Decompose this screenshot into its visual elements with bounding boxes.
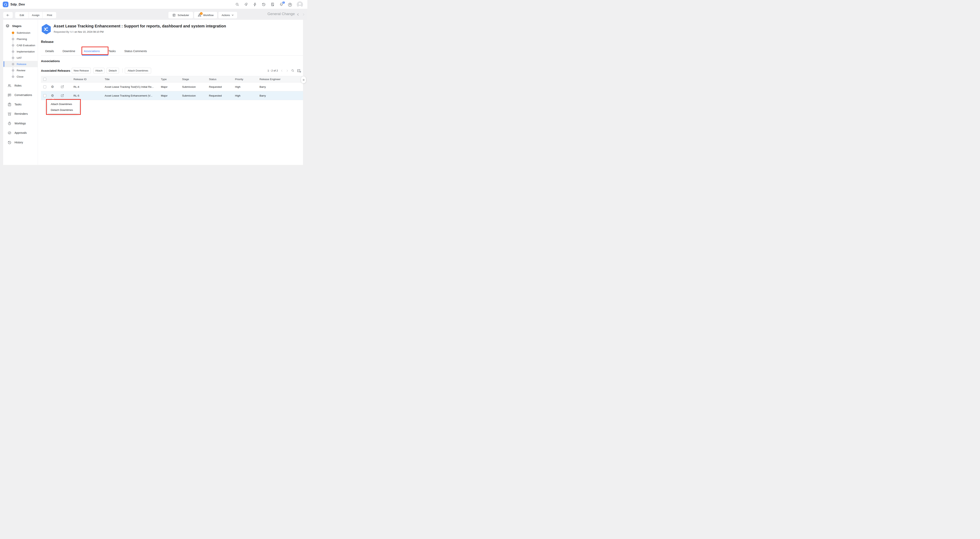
col-title[interactable]: Title [105, 78, 161, 81]
row-actions-gear-icon[interactable]: ⚙ [51, 94, 59, 97]
column-settings-icon[interactable]: ⚙ [297, 69, 301, 73]
col-release-id[interactable]: Release ID [73, 78, 105, 81]
sidebar-item-label: Reminders [14, 112, 28, 115]
stage-item-release-active[interactable]: Release [3, 61, 38, 67]
stage-label: Close [17, 75, 24, 78]
sidebar-item-label: Worklogs [14, 122, 26, 125]
stage-label: Review [17, 69, 25, 72]
stage-label: CAB Evaluation [17, 44, 35, 47]
new-release-button[interactable]: New Release [72, 68, 91, 73]
expand-side-panel-button[interactable] [301, 76, 306, 83]
scheduler-button-label: Scheduler [178, 14, 189, 17]
print-button[interactable]: Print [43, 12, 56, 18]
stage-item-review[interactable]: Review [3, 67, 38, 73]
cell-stage: Submission [182, 86, 209, 88]
cell-release-id[interactable]: RL-5 [73, 94, 105, 97]
notifications-bell-icon[interactable]: 1 [279, 2, 283, 7]
pagination-range: 1 - 2 of 2 [267, 69, 278, 72]
stage-item-implementation[interactable]: Implementation [3, 48, 38, 55]
mini-gear-glyph: ⚙ [299, 71, 301, 73]
cell-engineer: Barry [259, 86, 303, 88]
top-navigation-bar: Sdp_Dev 1 [0, 0, 307, 9]
requested-by-value[interactable]: N/A [70, 30, 74, 33]
cell-release-id[interactable]: RL-4 [73, 86, 105, 88]
table-row-rl4[interactable]: ⚙ RL-4 Asset Lease Tracking Tool(V1) Ini… [41, 82, 303, 91]
alarm-clock-icon [8, 112, 11, 116]
page-next-chevron[interactable] [286, 69, 288, 72]
tab-downtime[interactable]: Downtime [62, 49, 75, 53]
sidebar-item-worklogs[interactable]: Worklogs [3, 120, 38, 127]
attach-button[interactable]: Attach [93, 68, 105, 73]
col-type[interactable]: Type [161, 78, 182, 81]
assign-button[interactable]: Assign [29, 12, 43, 18]
cell-status: Requested [209, 86, 235, 88]
stage-item-planning[interactable]: Planning [3, 36, 38, 42]
quick-actions-bolt-icon[interactable] [253, 2, 257, 7]
app-logo[interactable] [3, 2, 8, 7]
sidebar-item-label: Approvals [14, 131, 27, 134]
workflow-button[interactable]: Workflow [194, 12, 217, 18]
col-priority[interactable]: Priority [235, 78, 259, 81]
sidebar-item-reminders[interactable]: Reminders [3, 111, 38, 117]
cell-title[interactable]: Asset Lease Tracking Enhancement (V... [105, 94, 161, 97]
user-avatar[interactable] [297, 2, 303, 8]
page-previous-chevron[interactable] [280, 69, 283, 72]
tab-tasks[interactable]: Tasks [108, 49, 116, 53]
actions-button-label: Actions [222, 14, 230, 17]
back-button[interactable] [3, 12, 13, 18]
select-row-checkbox[interactable] [43, 94, 46, 97]
sidebar-item-tasks[interactable]: Tasks [3, 101, 38, 108]
sidebar-item-conversations[interactable]: Conversations [3, 92, 38, 98]
sidebar-item-history[interactable]: History [3, 139, 38, 146]
sidebar-item-approvals[interactable]: Approvals [3, 130, 38, 136]
previous-record-chevron[interactable] [296, 12, 300, 17]
stage-item-uat[interactable]: UAT [3, 55, 38, 61]
check-circle-icon [8, 131, 11, 135]
col-release-engineer[interactable]: Release Engineer [259, 78, 303, 81]
sidebar-item-label: History [14, 141, 23, 144]
row-actions-gear-icon[interactable]: ⚙ [51, 85, 59, 89]
people-icon [8, 84, 11, 88]
scheduler-button[interactable]: Scheduler [169, 12, 193, 18]
clipboard-check-icon [8, 102, 11, 106]
col-stage[interactable]: Stage [182, 78, 209, 81]
open-in-new-icon[interactable] [60, 85, 64, 89]
template-add-icon[interactable] [244, 2, 248, 7]
stage-label: Planning [17, 38, 27, 41]
stage-item-submission[interactable]: Submission [3, 30, 38, 36]
active-stage-indicator-bar [3, 61, 4, 67]
workflow-clock-badge [200, 12, 203, 15]
attach-downtimes-button[interactable]: Attach Downtimes [125, 68, 151, 73]
list-search-icon[interactable] [291, 69, 294, 72]
associations-heading: Associations [41, 59, 60, 63]
cell-engineer: Barry [259, 94, 303, 97]
recent-history-icon[interactable] [261, 2, 266, 7]
open-in-new-icon[interactable] [60, 94, 64, 97]
sidebar-item-roles[interactable]: Roles [3, 82, 38, 89]
table-row-rl5-selected[interactable]: ⚙ RL-5 Asset Lease Tracking Enhancement … [41, 91, 303, 100]
layers-icon [5, 24, 10, 28]
next-record-chevron[interactable] [301, 12, 305, 17]
notification-count-badge: 1 [282, 1, 285, 4]
global-search-icon[interactable] [235, 2, 239, 7]
stage-dot [12, 75, 14, 78]
stage-label: Implementation [17, 50, 35, 53]
settings-gear-icon[interactable] [288, 2, 292, 7]
cell-title[interactable]: Asset Lease Tracking Tool(V1) Initial Re… [105, 86, 161, 88]
edit-button[interactable]: Edit [15, 12, 29, 18]
stages-label: Stages [12, 24, 22, 28]
requested-on-value: on Nov 10, 2024 08:10 PM [75, 30, 104, 33]
tab-status-comments[interactable]: Status Comments [124, 49, 147, 53]
select-all-checkbox[interactable] [43, 78, 46, 81]
cell-status: Requested [209, 94, 235, 97]
headset-icon [4, 3, 8, 6]
actions-button[interactable]: Actions [218, 12, 237, 18]
select-row-checkbox[interactable] [43, 86, 46, 88]
stage-dot [12, 57, 14, 59]
tab-details[interactable]: Details [45, 49, 54, 53]
stage-item-close[interactable]: Close [3, 73, 38, 80]
detach-button[interactable]: Detach [107, 68, 119, 73]
col-status[interactable]: Status [209, 78, 235, 81]
approvals-form-icon[interactable] [270, 2, 275, 7]
stage-item-cab-evaluation[interactable]: CAB Evaluation [3, 42, 38, 48]
